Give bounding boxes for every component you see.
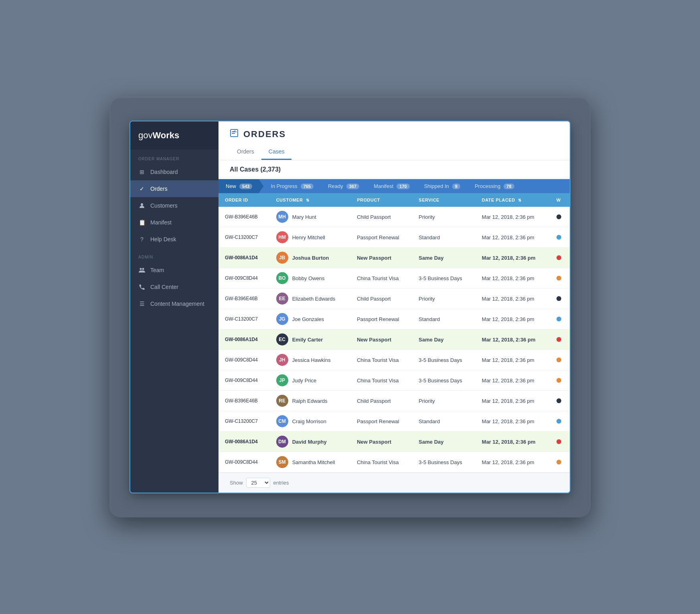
cell-service: 3-5 Business Days [412,268,475,289]
table-row[interactable]: GW-0086A1D4DMDavid MurphyNew PassportSam… [218,432,570,452]
customer-name: Elizabeth Edwards [292,296,336,302]
cell-product: New Passport [350,248,412,268]
cell-date: Mar 12, 2018, 2:36 pm [475,207,550,227]
table-row[interactable]: GW-B396E46BEEElizabeth EdwardsChild Pass… [218,289,570,309]
cell-order-id: GW-009C8D44 [218,452,270,473]
sidebar-item-contentmgmt[interactable]: ☰ Content Management [130,295,218,312]
status-label: New [226,183,236,189]
customer-name: David Murphy [292,439,327,445]
orders-page-icon [230,129,239,139]
cases-header: All Cases (2,373) [218,160,570,179]
sidebar-item-label: Help Desk [150,236,176,242]
sidebar-item-manifest[interactable]: 📋 Manifest [130,214,218,231]
sidebar-item-callcenter[interactable]: Call Center [130,279,218,295]
sidebar-logo: govWorks [130,121,218,149]
table-row[interactable]: GW-009C8D44JHJessica HawkinsChina Touris… [218,350,570,370]
sidebar-item-label: Manifest [150,219,172,226]
cell-order-id: GW-B396E46B [218,391,270,411]
table-row[interactable]: GW-009C8D44SMSamantha MitchellChina Tour… [218,452,570,473]
cell-service: Same Day [412,432,475,452]
status-dot [556,460,561,465]
sidebar-item-dashboard[interactable]: ⊞ Dashboard [130,164,218,180]
status-step-shippedin[interactable]: Shipped In 9 [417,179,467,193]
table-row[interactable]: GW-B396E46BMHMary HuntChild PassportPrio… [218,207,570,227]
cell-status [550,350,570,370]
table-header-row: ORDER ID CUSTOMER ⇅ PRODUCT SERVICE DATE… [218,193,570,207]
cell-customer: RERalph Edwards [270,391,351,411]
status-label: Shipped In [424,183,449,189]
customer-name: Henry Mitchell [292,234,325,240]
cell-date: Mar 12, 2018, 2:36 pm [475,329,550,350]
status-label: Ready [328,183,343,189]
status-step-ready[interactable]: Ready 367 [321,179,366,193]
cell-service: Same Day [412,329,475,350]
table-row[interactable]: GW-0086A1D4JBJoshua BurtonNew PassportSa… [218,248,570,268]
status-dot [556,235,561,240]
status-step-processing[interactable]: Processing 78 [467,179,522,193]
avatar: EE [276,293,288,305]
table-row[interactable]: GW-0086A1D4ECEmily CarterNew PassportSam… [218,329,570,350]
cell-order-id: GW-B396E46B [218,207,270,227]
status-badge-ready: 367 [346,184,359,189]
col-date[interactable]: DATE PLACED ⇅ [475,193,550,207]
status-dot [556,214,561,219]
cell-status [550,309,570,329]
status-label: Manifest [374,183,393,189]
sidebar-item-team[interactable]: Team [130,262,218,279]
avatar: HM [276,231,288,243]
orders-table: ORDER ID CUSTOMER ⇅ PRODUCT SERVICE DATE… [218,193,570,473]
cell-service: Standard [412,227,475,248]
status-badge-shippedin: 9 [452,184,460,189]
app-container: govWorks ORDER MANAGER ⊞ Dashboard ✓ Ord… [129,121,571,493]
sidebar-item-label: Content Management [150,301,204,307]
status-step-new[interactable]: New 543 [218,179,263,193]
table-row[interactable]: GW-B396E46BRERalph EdwardsChild Passport… [218,391,570,411]
sidebar-item-orders[interactable]: ✓ Orders [130,180,218,197]
cell-status [550,227,570,248]
cell-service: 3-5 Business Days [412,350,475,370]
cell-status [550,248,570,268]
table-row[interactable]: GW-C13200C7JGJoe GonzalesPassport Renewa… [218,309,570,329]
avatar: JB [276,252,288,264]
col-customer[interactable]: CUSTOMER ⇅ [270,193,351,207]
page-title-row: ORDERS [230,129,558,139]
cell-customer: JPJudy Price [270,370,351,391]
tab-orders[interactable]: Orders [230,145,261,160]
status-dot [556,337,561,342]
show-label: Show [230,480,243,486]
status-step-inprogress[interactable]: In Progress 765 [263,179,321,193]
tab-cases[interactable]: Cases [261,145,292,160]
status-label: In Progress [271,183,297,189]
cell-service: Priority [412,289,475,309]
customer-name: Ralph Edwards [292,398,328,404]
avatar: DM [276,436,288,448]
customer-name: Judy Price [292,378,317,384]
cell-order-id: GW-C13200C7 [218,309,270,329]
svg-point-2 [142,268,144,270]
table-row[interactable]: GW-009C8D44JPJudy PriceChina Tourist Vis… [218,370,570,391]
table-row[interactable]: GW-009C8D44BOBobby OwensChina Tourist Vi… [218,268,570,289]
cell-date: Mar 12, 2018, 2:36 pm [475,391,550,411]
cell-date: Mar 12, 2018, 2:36 pm [475,370,550,391]
cell-product: China Tourist Visa [350,370,412,391]
status-dot [556,378,561,383]
admin-label: ADMIN [130,248,218,262]
cell-service: Standard [412,411,475,432]
cases-title: All Cases (2,373) [230,166,558,173]
status-step-manifest[interactable]: Manifest 170 [366,179,417,193]
sidebar-item-helpdesk[interactable]: ? Help Desk [130,231,218,248]
cell-order-id: GW-C13200C7 [218,411,270,432]
cell-service: Priority [412,207,475,227]
table-row[interactable]: GW-C13200C7CMCraig MorrisonPassport Rene… [218,411,570,432]
sidebar-item-customers[interactable]: Customers [130,197,218,214]
table-row[interactable]: GW-C13200C7HMHenry MitchellPassport Rene… [218,227,570,248]
sort-icon-customer: ⇅ [306,198,310,202]
per-page-select[interactable]: 25 10 50 100 [246,478,270,488]
customer-name: Emily Carter [292,337,323,343]
page-title: ORDERS [243,129,286,139]
status-dot [556,255,561,260]
sidebar-item-label: Customers [150,202,178,209]
cell-customer: SMSamantha Mitchell [270,452,351,473]
cell-service: Standard [412,309,475,329]
cell-product: Child Passport [350,207,412,227]
